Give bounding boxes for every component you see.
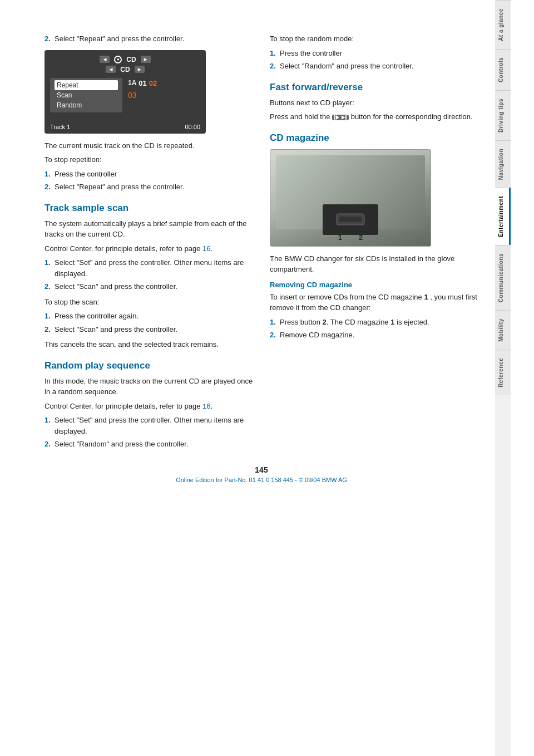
to-stop-repetition: To stop repetition: xyxy=(44,154,253,165)
cd-prev-btn2: ◄ xyxy=(106,66,116,73)
step-item: 2. Select "Scan" and press the controlle… xyxy=(44,324,253,335)
track-label: Track 1 xyxy=(50,124,70,130)
random-menu-item: Random xyxy=(55,100,118,110)
step-number-2: 2. xyxy=(44,35,51,43)
stop-random-steps: 1. Press the controller 2. Select "Rando… xyxy=(270,48,478,72)
tab-navigation[interactable]: Navigation xyxy=(495,140,511,188)
current-track-text: The current music track on the CD is rep… xyxy=(44,140,253,151)
cd-bottom-bar: Track 1 00:00 xyxy=(50,124,200,130)
tab-controls[interactable]: Controls xyxy=(495,49,511,90)
step-item: 1. Press button 2. The CD magazine 1 is … xyxy=(270,317,478,328)
track-scan-page-ref[interactable]: 16 xyxy=(202,244,210,253)
track-02: 02 xyxy=(149,79,157,87)
step-item: 1. Select "Set" and press the controller… xyxy=(44,415,253,436)
buttons-next-cd: Buttons next to CD player: xyxy=(270,97,478,109)
stop-scan-steps: 1. Press the controller again. 2. Select… xyxy=(44,311,253,335)
random-desc2: Control Center, for principle details, r… xyxy=(44,401,253,412)
page-footer: 145 Online Edition for Part-No. 01 41 0 … xyxy=(44,454,478,489)
step-item: 2. Select "Scan" and press the controlle… xyxy=(44,281,253,292)
scan-menu-item: Scan xyxy=(55,90,118,100)
cd-mag-slot-icon xyxy=(334,211,367,228)
random-desc1: In this mode, the music tracks on the cu… xyxy=(44,376,253,397)
fast-forward-heading: Fast forward/reverse xyxy=(270,82,478,93)
tab-driving-tips[interactable]: Driving tips xyxy=(495,90,511,140)
removing-steps: 1. Press button 2. The CD magazine 1 is … xyxy=(270,317,478,341)
track-01: 01 xyxy=(139,79,146,87)
step-item: 2. Select "Random" and press the control… xyxy=(44,439,253,450)
step-item: 1. Press the controller again. xyxy=(44,311,253,322)
svg-rect-1 xyxy=(339,217,362,222)
step-item: 1. Select "Set" and press the controller… xyxy=(44,257,253,279)
tab-at-a-glance[interactable]: At a glance xyxy=(495,0,511,49)
right-tabs: At a glance Controls Driving tips Naviga… xyxy=(495,0,511,756)
cd-magazine-desc: The BMW CD changer for six CDs is instal… xyxy=(270,253,478,275)
track-scan-steps: 1. Select "Set" and press the controller… xyxy=(44,257,253,292)
step-item: 1. Press the controller xyxy=(270,48,478,59)
time-display: 00:00 xyxy=(185,124,200,130)
step2-select-repeat: 2. Select "Repeat" and press the control… xyxy=(44,33,253,45)
track-scan-heading: Track sample scan xyxy=(44,203,253,214)
tab-communications[interactable]: Communications xyxy=(495,245,511,310)
removing-desc: To insert or remove CDs from the CD maga… xyxy=(270,292,478,313)
cd-disc-icon: ● xyxy=(114,56,122,63)
mag-1-bold: 1 xyxy=(390,318,394,326)
cd-mag-numbers: 1 2 xyxy=(338,233,363,242)
random-steps: 1. Select "Set" and press the controller… xyxy=(44,415,253,450)
left-column: 2. Select "Repeat" and press the control… xyxy=(44,33,253,454)
track-scan-desc2: Control Center, for principle details, r… xyxy=(44,243,253,254)
press-hold-text: Press and hold the button for the corres… xyxy=(270,111,478,122)
cd-magazine-image: 1 2 xyxy=(270,149,431,247)
cd-next-btn: ► xyxy=(141,56,151,63)
track-03: 03 xyxy=(128,91,137,100)
tab-entertainment[interactable]: Entertainment xyxy=(495,188,511,245)
footer-text: Online Edition for Part-No. 01 41 0 158 … xyxy=(44,477,478,483)
cd-display: ◄ ● CD ► ◄ CD ► Repeat Scan R xyxy=(44,50,206,134)
step-item: 2. Remove CD magazine. xyxy=(270,330,478,341)
cd-prev-btn: ◄ xyxy=(100,56,110,63)
cd-mag-slot xyxy=(323,204,378,235)
cd-magazine-heading: CD magazine xyxy=(270,132,478,144)
repeat-menu-item: Repeat xyxy=(55,80,118,90)
ff-button-icon xyxy=(332,115,349,120)
random-heading: Random play sequence xyxy=(44,360,253,371)
removing-heading: Removing CD magazine xyxy=(270,281,478,289)
right-column: To stop the random mode: 1. Press the co… xyxy=(270,33,478,454)
cd-next-btn2: ► xyxy=(135,66,145,73)
to-stop-random: To stop the random mode: xyxy=(270,33,478,45)
to-stop-scan: To stop the scan: xyxy=(44,297,253,308)
page-number: 145 xyxy=(44,465,478,474)
step-item: 2. Select "Repeat" and press the control… xyxy=(44,181,253,193)
tab-mobility[interactable]: Mobility xyxy=(495,310,511,350)
scan-cancel-text: This cancels the scan, and the selected … xyxy=(44,339,253,350)
cd-menu: Repeat Scan Random xyxy=(50,78,122,112)
button-2-bold: 2 xyxy=(323,318,327,326)
stop-repetition-steps: 1. Press the controller 2. Select "Repea… xyxy=(44,169,253,193)
track-scan-desc1: The system automatically plays a brief s… xyxy=(44,218,253,240)
cd-track-numbers: 1A 01 02 xyxy=(128,79,157,87)
step-item: 1. Press the controller xyxy=(44,169,253,180)
step-item: 2. Select "Random" and press the control… xyxy=(270,61,478,72)
tab-reference[interactable]: Reference xyxy=(495,350,511,395)
track-1a: 1A xyxy=(128,79,136,87)
random-page-ref[interactable]: 16 xyxy=(202,402,210,410)
